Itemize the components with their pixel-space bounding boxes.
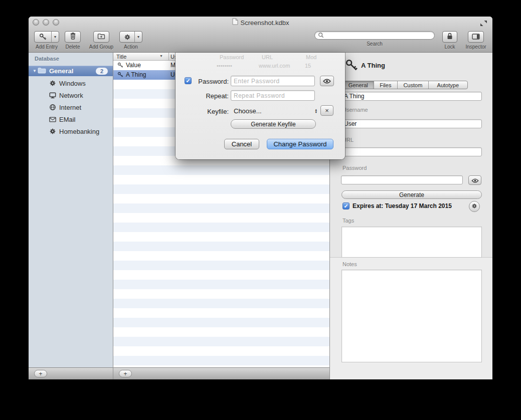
ghost-modified-value: 15 <box>305 63 311 69</box>
expiry-options-button[interactable] <box>469 201 480 212</box>
generate-keyfile-button[interactable]: Generate Keyfile <box>231 119 316 129</box>
inspector-tabs: General Files Custom Autotype <box>342 81 468 89</box>
notes-label: Notes <box>342 261 357 267</box>
change-password-sheet: Password URL Mod •••••••• www.url.com 15… <box>176 53 345 159</box>
entry-title: Value <box>126 62 141 69</box>
keyfile-popup-button[interactable]: Choose... ▴ ▾ <box>231 106 317 116</box>
username-field[interactable] <box>341 119 482 128</box>
expires-label: Expires at: Tuesday 17 March 2015 <box>353 202 452 209</box>
sheet-password-input[interactable] <box>231 76 315 86</box>
tags-label: Tags <box>342 218 354 224</box>
sidebar-item-label: EMail <box>59 116 76 123</box>
ghost-password-dots: •••••••• <box>217 63 232 69</box>
password-field[interactable] <box>341 175 463 184</box>
search-field[interactable] <box>314 31 435 40</box>
password-checkbox[interactable]: ✓ <box>185 77 192 84</box>
toolbar-item-lock: Lock <box>441 31 459 50</box>
sidebar-item-email[interactable]: EMail <box>29 113 113 125</box>
change-password-button-label: Change Password <box>273 140 326 148</box>
cancel-button[interactable]: Cancel <box>224 139 259 149</box>
inspector-entry-title: A Thing <box>361 62 385 69</box>
expires-checkbox[interactable]: ✓ <box>342 202 350 209</box>
eye-icon <box>471 176 479 185</box>
add-group-button[interactable] <box>93 31 109 43</box>
keyfile-selected-value: Choose... <box>231 107 315 115</box>
eye-icon <box>323 77 331 86</box>
toolbar-item-add-entry: ▾ Add Entry <box>33 31 61 50</box>
column-divider[interactable] <box>168 53 169 61</box>
sidebar: Database ▼ General 2 Windows Network Int… <box>29 53 113 367</box>
add-entry-label: Add Entry <box>36 44 58 50</box>
sidebar-footer-bar: + <box>29 367 113 379</box>
key-icon <box>35 33 51 41</box>
list-footer-bar: + <box>113 367 330 379</box>
toolbar-item-delete: Delete <box>62 31 84 50</box>
tab-files[interactable]: Files <box>374 81 398 89</box>
monitor-icon <box>49 92 57 99</box>
chevron-down-icon[interactable]: ▾ <box>51 32 59 42</box>
tab-general[interactable]: General <box>343 81 374 89</box>
show-password-button[interactable] <box>468 175 481 185</box>
sheet-show-password-button[interactable] <box>320 76 334 86</box>
lock-icon <box>447 33 453 42</box>
tab-label: Files <box>380 82 391 88</box>
sidebar-item-label: Internet <box>59 104 81 111</box>
add-entry-footer-button[interactable]: + <box>119 370 132 377</box>
gear-icon <box>471 202 477 211</box>
change-password-button[interactable]: Change Password <box>267 139 333 149</box>
chevron-down-icon[interactable]: ▾ <box>134 32 142 42</box>
tags-area[interactable] <box>341 227 482 258</box>
sidebar-item-homebanking[interactable]: Homebanking <box>29 125 113 137</box>
action-label: Action <box>124 44 138 50</box>
action-button[interactable]: ▾ <box>119 31 142 43</box>
app-window: Screenshot.kdbx ▾ Add Entry Delete <box>29 17 492 379</box>
desktop-background: Screenshot.kdbx ▾ Add Entry Delete <box>0 0 521 420</box>
gear-icon <box>120 34 134 41</box>
sidebar-section-header: Database <box>35 56 59 62</box>
fullscreen-icon[interactable] <box>480 20 487 29</box>
checkmark-icon: ✓ <box>343 203 348 209</box>
add-entry-button[interactable]: ▾ <box>34 31 59 43</box>
tab-autotype[interactable]: Autotype <box>429 81 467 89</box>
search-input[interactable] <box>326 32 431 39</box>
generate-password-button[interactable]: Generate <box>341 190 482 199</box>
disclosure-triangle-icon[interactable]: ▼ <box>33 69 38 73</box>
tab-custom[interactable]: Custom <box>398 81 429 89</box>
window-chrome: Screenshot.kdbx ▾ Add Entry Delete <box>29 17 492 53</box>
entry-title: A Thing <box>126 71 146 78</box>
sidebar-item-label: Network <box>59 92 83 99</box>
notes-area[interactable] <box>341 270 482 362</box>
ghost-column-modified: Mod <box>306 54 316 60</box>
toolbar-item-search: Search <box>312 31 437 47</box>
column-header-title[interactable]: Title <box>116 54 126 60</box>
sidebar-item-network[interactable]: Network <box>29 89 113 101</box>
sidebar-item-internet[interactable]: Internet <box>29 101 113 113</box>
ghost-column-password: Password <box>220 54 244 60</box>
delete-button[interactable] <box>65 31 81 43</box>
toolbar-item-inspector: Inspector <box>463 31 489 50</box>
sidebar-group-general[interactable]: ▼ General 2 <box>29 66 113 76</box>
stepper-down-icon: ▾ <box>315 111 317 113</box>
ghost-column-url: URL <box>262 54 273 60</box>
sidebar-item-windows[interactable]: Windows <box>29 77 113 89</box>
lock-label: Lock <box>444 44 455 50</box>
url-field[interactable] <box>341 147 482 156</box>
popup-stepper-icon: ▴ ▾ <box>315 108 317 113</box>
title-field[interactable] <box>341 92 482 101</box>
sort-indicator-icon: ▼ <box>159 54 163 58</box>
envelope-icon <box>49 117 57 122</box>
toolbar-item-action: ▾ Action <box>119 31 143 50</box>
folder-plus-icon <box>97 33 105 42</box>
sheet-keyfile-label: Keyfile: <box>192 108 229 115</box>
inspector-toggle-button[interactable] <box>468 31 484 43</box>
clear-keyfile-button[interactable]: × <box>320 105 333 116</box>
gear-icon <box>49 80 57 87</box>
gear-icon <box>49 128 57 135</box>
add-group-footer-button[interactable]: + <box>34 370 47 377</box>
toolbar-item-add-group: Add Group <box>87 31 116 50</box>
globe-icon <box>49 104 57 111</box>
generate-button-label: Generate <box>399 191 424 198</box>
tab-label: General <box>349 82 368 88</box>
lock-button[interactable] <box>442 31 457 43</box>
sheet-repeat-input[interactable] <box>231 90 315 101</box>
